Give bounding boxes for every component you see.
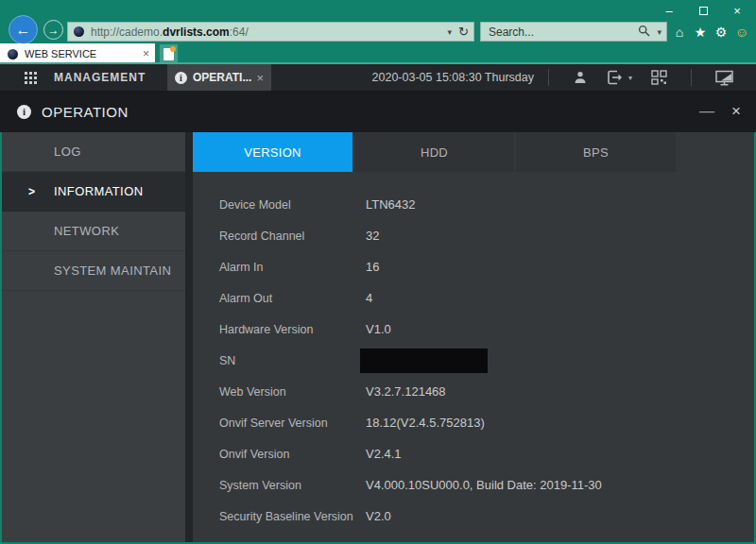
info-row-alarm-out: Alarm Out4: [219, 282, 756, 314]
info-row-security-baseline-version: Security Baseline VersionV2.0: [219, 501, 756, 532]
dialog-body: LOG >INFORMATION NETWORK SYSTEM MAINTAIN…: [0, 132, 756, 544]
browser-toolbar-icons: ⌂ ★ ⚙ ☺: [669, 22, 752, 42]
window-maximize-icon[interactable]: [686, 0, 720, 21]
home-icon[interactable]: ⌂: [669, 25, 690, 40]
window-border-left: [0, 132, 2, 544]
tab-close-icon[interactable]: ×: [137, 47, 149, 60]
header-divider: [691, 69, 692, 86]
sidebar-item-label: INFORMATION: [54, 184, 143, 198]
info-row-record-channel: Record Channel32: [219, 220, 756, 251]
header-right-section: 2020-03-05 15:08:30 Thursday ▾: [372, 64, 756, 91]
search-box[interactable]: Search... ▾: [480, 22, 667, 42]
forward-button[interactable]: →: [43, 20, 63, 40]
header-divider: [548, 69, 549, 86]
qr-code-icon[interactable]: [651, 70, 667, 85]
forward-icon: →: [48, 24, 60, 37]
content-tabs: VERSION HDD BPS: [193, 132, 756, 172]
dialog-close-icon[interactable]: ×: [731, 102, 741, 121]
sidebar-item-label: LOG: [54, 144, 81, 159]
info-label: Hardware Version: [219, 323, 366, 336]
info-value: LTN6432: [366, 197, 416, 212]
app-tab-close-icon[interactable]: ×: [256, 71, 264, 85]
info-label: Record Channel: [219, 230, 366, 243]
site-icon: [74, 26, 84, 37]
app-tab-label: OPERATI...: [193, 71, 256, 84]
dialog-titlebar: i OPERATION — ×: [0, 91, 756, 132]
info-label: System Version: [219, 479, 366, 492]
browser-tab-web-service[interactable]: WEB SERVICE ×: [0, 43, 155, 64]
tab-version[interactable]: VERSION: [193, 132, 352, 172]
dialog-content: VERSION HDD BPS Device ModelLTN6432 Reco…: [193, 132, 756, 544]
app-header: MANAGEMENT i OPERATI... × 2020-03-05 15:…: [0, 64, 756, 91]
app-tab-operation[interactable]: i OPERATI... ×: [167, 64, 271, 91]
info-row-onvif-version: Onvif VersionV2.4.1: [219, 438, 756, 469]
logout-dropdown-icon[interactable]: ▾: [628, 74, 632, 82]
search-placeholder: Search...: [489, 26, 534, 39]
management-grid-icon[interactable]: [25, 72, 37, 84]
sidebar-item-system-maintain[interactable]: SYSTEM MAINTAIN: [0, 251, 185, 291]
info-value: 32: [366, 229, 379, 243]
info-value: V2.0: [366, 509, 391, 523]
dialog-minimize-icon[interactable]: —: [699, 103, 714, 120]
info-value: V4.000.10SU000.0, Build Date: 2019-11-30: [366, 478, 602, 492]
info-label: Device Model: [219, 198, 366, 212]
info-label: Alarm In: [219, 261, 366, 274]
refresh-icon[interactable]: ↻: [456, 25, 473, 39]
logout-icon[interactable]: ▾: [607, 70, 632, 85]
info-label: Onvif Version: [219, 448, 366, 461]
monitor-icon[interactable]: [715, 70, 733, 86]
sidebar-item-label: NETWORK: [54, 224, 119, 238]
sidebar-item-log[interactable]: LOG: [0, 132, 185, 172]
browser-chrome: – × ← → http://cademo.dvrlists.com:64/ ▾…: [0, 0, 756, 64]
sidebar-item-label: SYSTEM MAINTAIN: [54, 264, 171, 278]
info-label: Onvif Server Version: [219, 416, 366, 430]
window-controls: – ×: [652, 0, 754, 21]
sidebar-item-information[interactable]: >INFORMATION: [0, 172, 185, 212]
dialog-title: OPERATION: [42, 104, 129, 120]
favorites-star-icon[interactable]: ★: [690, 25, 711, 40]
sn-redacted-box: [360, 348, 488, 373]
info-row-alarm-in: Alarm In16: [219, 251, 756, 282]
new-tab-button[interactable]: [160, 44, 178, 63]
info-label: Alarm Out: [219, 292, 366, 305]
back-icon: ←: [16, 22, 31, 39]
info-label: Web Version: [219, 385, 366, 399]
address-dropdown-icon[interactable]: ▾: [443, 27, 457, 37]
info-value: V2.4.1: [366, 447, 402, 461]
info-value: 16: [366, 260, 379, 274]
settings-gear-icon[interactable]: ⚙: [711, 25, 731, 40]
info-value: V1.0: [366, 322, 391, 336]
address-bar[interactable]: http://cademo.dvrlists.com:64/ ▾ ↻: [67, 22, 474, 42]
user-icon[interactable]: [573, 70, 588, 85]
dialog-info-icon: i: [17, 105, 31, 119]
search-dropdown-icon[interactable]: ▾: [652, 27, 666, 37]
sidebar-item-network[interactable]: NETWORK: [0, 212, 185, 251]
management-label[interactable]: MANAGEMENT: [54, 71, 146, 84]
tab-hdd[interactable]: HDD: [354, 132, 514, 172]
datetime-label: 2020-03-05 15:08:30 Thursday: [372, 71, 534, 84]
dialog-controls: — ×: [699, 102, 756, 121]
info-value: V3.2.7.121468: [366, 384, 446, 399]
info-row-device-model: Device ModelLTN6432: [219, 189, 756, 220]
back-button[interactable]: ←: [9, 15, 38, 44]
info-row-system-version: System VersionV4.000.10SU000.0, Build Da…: [219, 469, 756, 501]
info-row-hardware-version: Hardware VersionV1.0: [219, 314, 756, 345]
chevron-right-icon: >: [28, 185, 35, 198]
info-value: 4: [366, 291, 372, 305]
feedback-smiley-icon[interactable]: ☺: [731, 25, 752, 40]
info-icon: i: [175, 72, 187, 84]
tab-bps[interactable]: BPS: [516, 132, 676, 172]
version-info-list: Device ModelLTN6432 Record Channel32 Ala…: [193, 172, 756, 532]
info-row-onvif-server-version: Onvif Server Version18.12(V2.4.5.752813): [219, 407, 756, 438]
window-close-icon[interactable]: ×: [720, 0, 754, 21]
browser-window: – × ← → http://cademo.dvrlists.com:64/ ▾…: [0, 0, 756, 544]
info-row-web-version: Web VersionV3.2.7.121468: [219, 376, 756, 407]
search-icon[interactable]: [638, 25, 650, 40]
info-value: 18.12(V2.4.5.752813): [366, 416, 485, 430]
info-label: SN: [219, 354, 366, 367]
window-minimize-icon[interactable]: –: [652, 0, 686, 21]
info-label: Security Baseline Version: [219, 510, 366, 523]
url-text: http://cademo.dvrlists.com:64/: [91, 26, 249, 39]
tab-title: WEB SERVICE: [25, 48, 137, 60]
tab-favicon: [8, 49, 18, 60]
